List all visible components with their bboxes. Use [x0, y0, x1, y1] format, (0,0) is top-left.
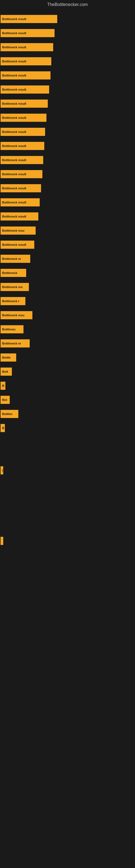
bar-label: Bottleneck result [2, 215, 26, 218]
result-bar: Bottleneck re [1, 339, 30, 347]
result-bar: Bottleneck [1, 269, 26, 277]
result-bar: Bottleneck result [1, 212, 38, 220]
result-bar: Bottleneck result [1, 184, 41, 192]
bar-row: Bottleneck resu [0, 223, 135, 238]
bar-label: Bot [2, 398, 7, 401]
bar-label: Bottleneck [2, 271, 17, 275]
result-bar: Bottlenec [1, 325, 24, 333]
result-bar: Bottleneck r [1, 297, 26, 305]
result-bar: Bottleneck result [1, 86, 49, 94]
bar-label: B [2, 426, 4, 430]
bar-row: Bottleneck result [0, 97, 135, 111]
site-title: TheBottlenecker.com [0, 0, 135, 9]
result-bar: B [1, 382, 5, 390]
bar-row [0, 492, 135, 506]
bar-label: Bottleneck result [2, 45, 26, 49]
result-bar: Bottleneck result [1, 241, 34, 249]
bar-label: Bottleneck result [2, 144, 26, 148]
bar-row: Bottleneck result [0, 68, 135, 83]
bar-row: Bottleneck resu [0, 308, 135, 322]
bar-row [0, 449, 135, 463]
result-bar: B [1, 424, 5, 432]
bar-label: Bott [2, 370, 8, 373]
bar-row: Bottleneck result [0, 111, 135, 125]
result-bar: Bottleneck result [1, 114, 46, 122]
bar-row: Bottleneck result [0, 153, 135, 167]
bar-row: B [0, 379, 135, 393]
bar-row: Bottleneck result [0, 83, 135, 97]
bar-label: Bottleneck result [2, 116, 26, 119]
bar-label: B [2, 384, 4, 388]
bar-label: Bottlen [2, 412, 12, 415]
bar-row: Bott [0, 365, 135, 379]
bar-row: Bot [0, 393, 135, 407]
bar-row [0, 534, 135, 548]
result-bar: Bottleneck result [1, 156, 43, 164]
bar-row: | [0, 463, 135, 477]
result-bar: Bottlen [1, 410, 18, 418]
bar-row: Bottleneck result [0, 12, 135, 26]
bar-label: Bottleneck result [2, 31, 26, 35]
result-bar: Bottleneck result [1, 71, 50, 80]
bar-label: Bottleneck re [2, 342, 21, 345]
bar-label: Bottlenec [2, 328, 16, 331]
bar-label: Bottleneck result [2, 187, 26, 190]
result-bar: Bottleneck resu [1, 226, 36, 235]
bar-row: Bottlenec [0, 322, 135, 336]
result-bar: Bottleneck result [1, 99, 48, 108]
result-bar [1, 537, 3, 545]
result-bar: Bottleneck res [1, 283, 29, 291]
result-bar: Bottleneck result [1, 142, 44, 150]
result-bar: Bottleneck result [1, 128, 45, 136]
bar-label: Bottleneck result [2, 130, 26, 133]
bars-container: Bottleneck resultBottleneck resultBottle… [0, 9, 135, 551]
result-bar: Bottleneck result [1, 15, 57, 23]
result-bar: Bot [1, 396, 10, 404]
bar-label: Bottleneck res [2, 285, 23, 289]
bar-row: Bottleneck [0, 266, 135, 280]
result-bar: Bottleneck resu [1, 311, 32, 319]
bar-row: Bottleneck re [0, 252, 135, 266]
bar-label: Bottleneck result [2, 201, 26, 204]
bar-row: Bottleneck result [0, 40, 135, 54]
bar-row: Bottleneck result [0, 181, 135, 195]
bar-row [0, 506, 135, 520]
bar-label: Bottleneck result [2, 158, 26, 162]
bar-label: Bottleneck result [2, 60, 26, 63]
bar-row [0, 435, 135, 449]
result-bar: Bottleneck result [1, 43, 53, 51]
bar-row: B [0, 421, 135, 435]
bar-label: Bottleneck result [2, 18, 26, 21]
bar-row: Bottleneck result [0, 167, 135, 181]
bar-row [0, 477, 135, 492]
bar-row: Bottlen [0, 407, 135, 421]
bar-label: Bottleneck resu [2, 229, 25, 232]
bar-row [0, 520, 135, 534]
bar-row: Bottleneck re [0, 336, 135, 350]
result-bar: Bottleneck result [1, 198, 40, 207]
bar-label: Bottleneck result [2, 102, 26, 105]
bar-label: Bottleneck result [2, 243, 26, 246]
bar-row: Bottle [0, 350, 135, 365]
result-bar: Bottle [1, 353, 16, 362]
result-bar: | [1, 466, 3, 474]
bar-row: Bottleneck res [0, 280, 135, 294]
result-bar: Bottleneck re [1, 255, 30, 263]
bar-label: Bottleneck result [2, 88, 26, 91]
result-bar: Bottleneck result [1, 57, 51, 65]
bar-label: Bottleneck result [2, 173, 26, 176]
result-bar: Bottleneck result [1, 170, 42, 178]
bar-row: Bottleneck result [0, 26, 135, 40]
bar-label: Bottle [2, 356, 10, 359]
result-bar: Bott [1, 368, 12, 376]
bar-row: Bottleneck result [0, 209, 135, 223]
result-bar: Bottleneck result [1, 29, 54, 37]
bar-row: Bottleneck result [0, 139, 135, 153]
bar-row: Bottleneck result [0, 195, 135, 209]
bar-label: Bottleneck r [2, 300, 19, 303]
bar-row: Bottleneck result [0, 54, 135, 68]
bar-label: Bottleneck resu [2, 314, 25, 317]
bar-label: | [2, 469, 3, 472]
bar-row: Bottleneck r [0, 294, 135, 308]
bar-row: Bottleneck result [0, 238, 135, 252]
